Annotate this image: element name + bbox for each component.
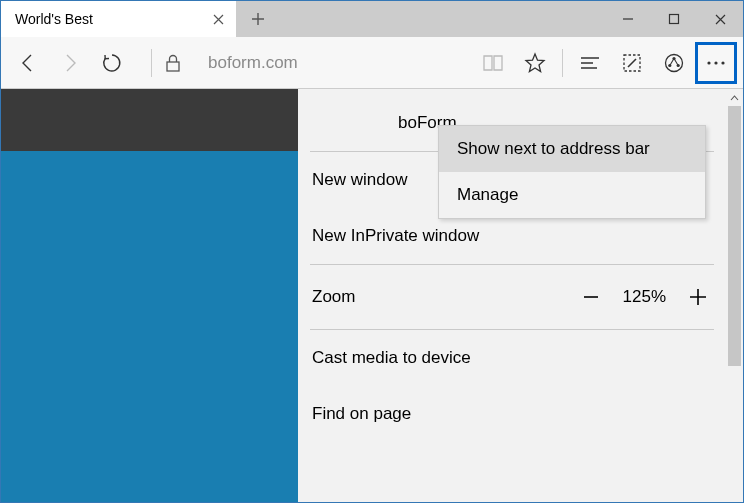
toolbar-right [472,42,737,84]
zoom-value: 125% [623,287,666,307]
new-tab-button[interactable] [236,1,280,37]
tab-strip: World's Best [1,1,743,37]
svg-point-9 [721,61,724,64]
submenu-manage[interactable]: Manage [439,172,705,218]
scrollbar[interactable] [726,89,743,503]
hub-icon[interactable] [569,42,611,84]
menu-item-label: New window [312,170,407,189]
svg-point-7 [707,61,710,64]
menu-item-label: New InPrivate window [312,226,479,245]
zoom-controls: 125% [577,283,712,311]
svg-rect-0 [670,15,679,24]
browser-tab[interactable]: World's Best [1,1,236,37]
more-button[interactable] [695,42,737,84]
lock-icon[interactable] [152,42,194,84]
close-window-button[interactable] [697,1,743,37]
zoom-in-button[interactable] [684,283,712,311]
maximize-button[interactable] [651,1,697,37]
scroll-up-icon[interactable] [726,89,743,106]
svg-rect-1 [167,62,179,71]
tab-title: World's Best [15,11,93,27]
menu-item-label: Find on page [312,404,411,423]
page-blue-band [1,151,298,503]
refresh-button[interactable] [91,42,133,84]
page-dark-band [1,89,298,151]
submenu-label: Manage [457,185,518,204]
separator [562,49,563,77]
minimize-button[interactable] [605,1,651,37]
back-button[interactable] [7,42,49,84]
address-bar[interactable]: boform.com [194,53,472,73]
cast-media-item[interactable]: Cast media to device [308,330,716,386]
zoom-label: Zoom [312,287,355,307]
toolbar: boform.com [1,37,743,89]
svg-point-8 [714,61,717,64]
window-controls [605,1,743,37]
zoom-row: Zoom 125% [308,265,716,329]
zoom-out-button[interactable] [577,283,605,311]
web-note-icon[interactable] [611,42,653,84]
more-menu: boForm New window New InPrivate window Z… [298,89,743,503]
find-on-page-item[interactable]: Find on page [308,386,716,442]
content-area: boForm New window New InPrivate window Z… [1,89,743,503]
menu-item-label: Cast media to device [312,348,471,367]
close-tab-icon[interactable] [210,11,226,27]
forward-button[interactable] [49,42,91,84]
extension-submenu: Show next to address bar Manage [438,125,706,219]
submenu-show-next[interactable]: Show next to address bar [439,126,705,172]
favorites-star-icon[interactable] [514,42,556,84]
share-icon[interactable] [653,42,695,84]
submenu-label: Show next to address bar [457,139,650,158]
reading-view-icon[interactable] [472,42,514,84]
scrollbar-thumb[interactable] [728,106,741,366]
